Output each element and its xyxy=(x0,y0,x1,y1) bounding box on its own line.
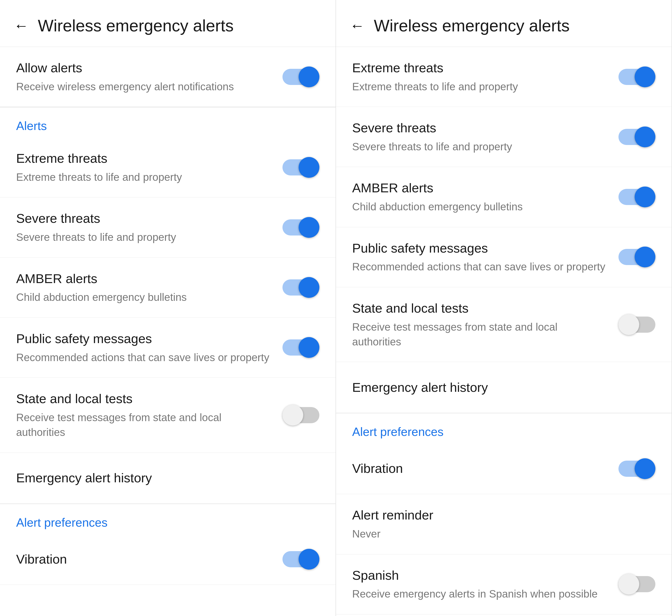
state-local-toggle[interactable] xyxy=(282,405,319,426)
spanish-subtitle: Receive emergency alerts in Spanish when… xyxy=(352,586,609,601)
toggle-thumb xyxy=(635,126,655,147)
amber-alerts-text: AMBER alerts Child abduction emergency b… xyxy=(16,270,282,305)
public-safety-subtitle-r: Recommended actions that can save lives … xyxy=(352,259,609,274)
toggle-thumb xyxy=(635,186,655,207)
alerts-section-label: Alerts xyxy=(0,107,336,137)
public-safety-title-r: Public safety messages xyxy=(352,240,609,257)
vibration-text: Vibration xyxy=(16,551,282,568)
header-left: ← Wireless emergency alerts xyxy=(0,0,336,47)
extreme-threats-title-r: Extreme threats xyxy=(352,60,609,76)
emergency-history-title: Emergency alert history xyxy=(16,470,310,487)
emergency-history-title-r: Emergency alert history xyxy=(352,379,646,396)
state-local-toggle-r[interactable] xyxy=(618,314,655,335)
toggle-thumb xyxy=(635,66,655,87)
vibration-text-r: Vibration xyxy=(352,460,618,477)
amber-alerts-title: AMBER alerts xyxy=(16,270,273,287)
page-title-right: Wireless emergency alerts xyxy=(374,16,570,35)
amber-alerts-item-r[interactable]: AMBER alerts Child abduction emergency b… xyxy=(336,167,672,227)
toggle-thumb xyxy=(618,574,639,595)
panel-right: ← Wireless emergency alerts Extreme thre… xyxy=(336,0,672,616)
toggle-thumb xyxy=(299,549,319,570)
extreme-threats-item[interactable]: Extreme threats Extreme threats to life … xyxy=(0,137,336,197)
alert-reminder-subtitle: Never xyxy=(352,526,646,541)
vibration-item[interactable]: Vibration xyxy=(0,534,336,585)
public-safety-item-r[interactable]: Public safety messages Recommended actio… xyxy=(336,227,672,287)
alert-reminder-item[interactable]: Alert reminder Never xyxy=(336,494,672,554)
amber-alerts-text-r: AMBER alerts Child abduction emergency b… xyxy=(352,180,618,214)
preferences-section-label: Alert preferences xyxy=(0,504,336,534)
toggle-thumb xyxy=(635,458,655,479)
amber-alerts-subtitle: Child abduction emergency bulletins xyxy=(16,290,273,304)
public-safety-toggle-r[interactable] xyxy=(618,246,655,267)
state-local-text: State and local tests Receive test messa… xyxy=(16,391,282,440)
severe-threats-subtitle-r: Severe threats to life and property xyxy=(352,139,609,154)
alert-reminder-title: Alert reminder xyxy=(352,507,646,524)
public-safety-item[interactable]: Public safety messages Recommended actio… xyxy=(0,318,336,378)
severe-threats-title-r: Severe threats xyxy=(352,120,609,136)
emergency-history-text-r: Emergency alert history xyxy=(352,379,655,396)
header-right: ← Wireless emergency alerts xyxy=(336,0,672,47)
extreme-threats-subtitle-r: Extreme threats to life and property xyxy=(352,79,609,94)
spanish-title: Spanish xyxy=(352,567,609,584)
spanish-toggle[interactable] xyxy=(618,574,655,595)
severe-threats-toggle[interactable] xyxy=(282,217,319,238)
vibration-title-r: Vibration xyxy=(352,460,609,477)
toggle-thumb xyxy=(635,246,655,267)
toggle-thumb xyxy=(299,277,319,298)
state-local-item[interactable]: State and local tests Receive test messa… xyxy=(0,378,336,453)
severe-threats-item-r[interactable]: Severe threats Severe threats to life an… xyxy=(336,107,672,167)
settings-list-right: Extreme threats Extreme threats to life … xyxy=(336,47,672,614)
emergency-history-text: Emergency alert history xyxy=(16,470,319,487)
toggle-thumb xyxy=(299,157,319,178)
state-local-item-r[interactable]: State and local tests Receive test messa… xyxy=(336,287,672,362)
toggle-thumb xyxy=(299,337,319,358)
back-button-right[interactable]: ← xyxy=(350,17,365,34)
state-local-subtitle: Receive test messages from state and loc… xyxy=(16,410,273,440)
page-title-left: Wireless emergency alerts xyxy=(38,16,234,35)
public-safety-title: Public safety messages xyxy=(16,331,273,347)
toggle-thumb xyxy=(299,66,319,87)
state-local-title: State and local tests xyxy=(16,391,273,407)
toggle-thumb xyxy=(282,405,303,426)
extreme-threats-text: Extreme threats Extreme threats to life … xyxy=(16,150,282,184)
spanish-text: Spanish Receive emergency alerts in Span… xyxy=(352,567,618,601)
panel-left: ← Wireless emergency alerts Allow alerts… xyxy=(0,0,336,616)
vibration-title: Vibration xyxy=(16,551,273,568)
public-safety-text: Public safety messages Recommended actio… xyxy=(16,331,282,365)
state-local-text-r: State and local tests Receive test messa… xyxy=(352,300,618,349)
extreme-threats-item-r[interactable]: Extreme threats Extreme threats to life … xyxy=(336,47,672,107)
extreme-threats-title: Extreme threats xyxy=(16,150,273,167)
vibration-item-r[interactable]: Vibration xyxy=(336,443,672,494)
amber-alerts-item[interactable]: AMBER alerts Child abduction emergency b… xyxy=(0,258,336,318)
allow-alerts-item[interactable]: Allow alerts Receive wireless emergency … xyxy=(0,47,336,107)
extreme-threats-toggle-r[interactable] xyxy=(618,66,655,87)
amber-alerts-toggle-r[interactable] xyxy=(618,186,655,207)
amber-alerts-toggle[interactable] xyxy=(282,277,319,298)
toggle-thumb xyxy=(299,217,319,238)
spanish-item[interactable]: Spanish Receive emergency alerts in Span… xyxy=(336,554,672,614)
severe-threats-title: Severe threats xyxy=(16,210,273,227)
public-safety-toggle[interactable] xyxy=(282,337,319,358)
extreme-threats-subtitle: Extreme threats to life and property xyxy=(16,170,273,184)
severe-threats-text-r: Severe threats Severe threats to life an… xyxy=(352,120,618,154)
vibration-toggle[interactable] xyxy=(282,549,319,570)
severe-threats-text: Severe threats Severe threats to life an… xyxy=(16,210,282,244)
emergency-history-item[interactable]: Emergency alert history xyxy=(0,453,336,504)
extreme-threats-text-r: Extreme threats Extreme threats to life … xyxy=(352,60,618,94)
extreme-threats-toggle[interactable] xyxy=(282,157,319,178)
severe-threats-subtitle: Severe threats to life and property xyxy=(16,230,273,244)
allow-alerts-text: Allow alerts Receive wireless emergency … xyxy=(16,60,282,94)
emergency-history-item-r[interactable]: Emergency alert history xyxy=(336,362,672,413)
toggle-thumb xyxy=(618,314,639,335)
vibration-toggle-r[interactable] xyxy=(618,458,655,479)
alert-reminder-text: Alert reminder Never xyxy=(352,507,655,541)
settings-list-left: Allow alerts Receive wireless emergency … xyxy=(0,47,336,585)
state-local-subtitle-r: Receive test messages from state and loc… xyxy=(352,320,609,349)
preferences-section-label-r: Alert preferences xyxy=(336,413,672,443)
back-button-left[interactable]: ← xyxy=(14,17,29,34)
amber-alerts-subtitle-r: Child abduction emergency bulletins xyxy=(352,199,609,214)
public-safety-subtitle: Recommended actions that can save lives … xyxy=(16,350,273,365)
severe-threats-toggle-r[interactable] xyxy=(618,126,655,147)
allow-alerts-toggle[interactable] xyxy=(282,66,319,87)
severe-threats-item[interactable]: Severe threats Severe threats to life an… xyxy=(0,197,336,257)
